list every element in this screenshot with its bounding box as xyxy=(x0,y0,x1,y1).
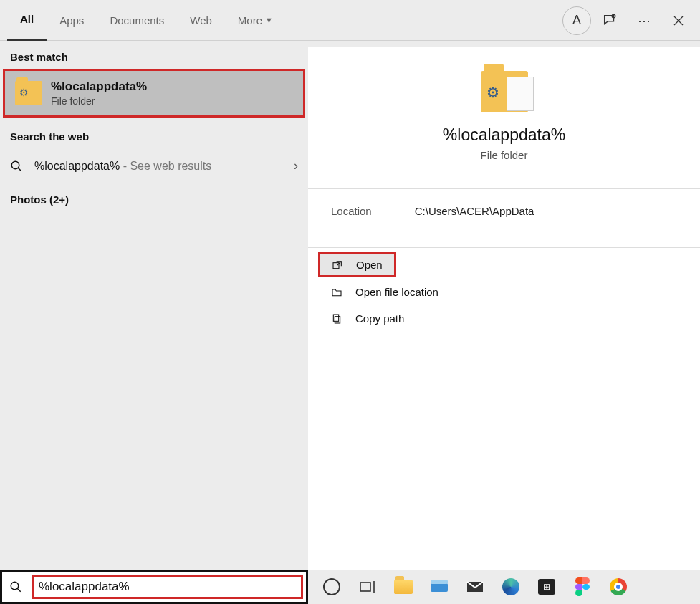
action-open-location-label: Open file location xyxy=(355,286,438,298)
svg-point-3 xyxy=(11,161,19,169)
result-text: %localappdata% File folder xyxy=(51,80,147,107)
web-result-row[interactable]: %localappdata% - See web results › xyxy=(0,148,308,183)
keyboard-app-icon[interactable] xyxy=(428,576,450,598)
tab-documents[interactable]: Documents xyxy=(97,0,177,41)
details-header: ⚙ %localappdata% File folder xyxy=(308,47,700,174)
svg-rect-13 xyxy=(431,583,448,592)
search-icon xyxy=(5,580,27,593)
search-icon xyxy=(10,160,24,173)
best-match-result[interactable]: ⚙ %localappdata% File folder xyxy=(3,69,305,118)
close-icon[interactable] xyxy=(663,5,694,37)
open-icon xyxy=(332,259,345,271)
cortana-icon[interactable] xyxy=(321,576,342,598)
photos-label[interactable]: Photos (2+) xyxy=(0,183,308,211)
user-avatar[interactable]: A xyxy=(562,6,591,35)
svg-rect-7 xyxy=(335,316,340,322)
folder-outline-icon xyxy=(331,287,344,298)
taskbar-tray: ⊞ xyxy=(308,576,700,598)
best-match-label: Best match xyxy=(0,41,308,69)
web-query-value: %localappdata% xyxy=(34,160,120,172)
svg-rect-14 xyxy=(431,580,448,584)
folder-icon: ⚙ xyxy=(15,81,42,105)
search-tabs: All Apps Documents Web More ▼ A ⋯ xyxy=(0,0,700,41)
edge-icon[interactable] xyxy=(500,576,522,598)
search-input-highlight xyxy=(32,575,303,599)
location-path[interactable]: C:\Users\ACER\AppData xyxy=(415,205,534,217)
file-explorer-icon[interactable] xyxy=(393,576,414,598)
divider xyxy=(308,247,700,248)
tab-web[interactable]: Web xyxy=(177,0,225,41)
more-options-icon[interactable]: ⋯ xyxy=(628,5,660,37)
details-actions: Open Open file location Copy path xyxy=(308,252,700,332)
web-query-text: %localappdata% - See web results xyxy=(34,160,211,173)
search-web-label: Search the web xyxy=(0,120,308,148)
action-open-label: Open xyxy=(356,259,383,271)
svg-line-9 xyxy=(17,588,21,592)
chevron-down-icon: ▼ xyxy=(265,16,273,24)
svg-rect-5 xyxy=(333,262,339,268)
figma-icon[interactable] xyxy=(572,576,593,598)
action-copy-path[interactable]: Copy path xyxy=(308,305,700,332)
tab-all[interactable]: All xyxy=(7,0,47,41)
location-label: Location xyxy=(331,205,372,217)
web-query-suffix: - See web results xyxy=(120,160,211,172)
taskbar: ⊞ xyxy=(0,570,700,604)
action-open-location[interactable]: Open file location xyxy=(308,279,700,305)
search-main: Best match ⚙ %localappdata% File folder … xyxy=(0,41,700,570)
mail-icon[interactable] xyxy=(464,576,486,598)
tab-more[interactable]: More ▼ xyxy=(225,0,286,41)
action-open[interactable]: Open xyxy=(318,252,396,277)
svg-line-4 xyxy=(18,168,21,171)
folder-large-icon: ⚙ xyxy=(481,71,528,112)
details-title: %localappdata% xyxy=(443,125,565,145)
tab-apps[interactable]: Apps xyxy=(47,0,97,41)
task-view-icon[interactable] xyxy=(357,576,378,598)
copy-icon xyxy=(331,313,344,325)
results-pane: Best match ⚙ %localappdata% File folder … xyxy=(0,41,308,570)
action-copy-path-label: Copy path xyxy=(355,312,404,325)
svg-rect-6 xyxy=(333,315,338,321)
chrome-icon[interactable] xyxy=(608,576,629,598)
result-title: %localappdata% xyxy=(51,80,147,94)
store-icon[interactable]: ⊞ xyxy=(536,576,557,598)
tab-more-label: More xyxy=(238,14,262,27)
tabs-right-controls: A ⋯ xyxy=(562,0,694,41)
svg-point-8 xyxy=(11,582,19,590)
details-pane: ⚙ %localappdata% File folder Location C:… xyxy=(308,47,700,570)
result-sub: File folder xyxy=(51,95,147,107)
details-sub: File folder xyxy=(481,149,528,161)
feedback-icon[interactable] xyxy=(594,5,625,37)
search-input[interactable] xyxy=(39,580,297,594)
taskbar-search[interactable] xyxy=(0,570,308,604)
chevron-right-icon: › xyxy=(294,158,298,173)
svg-rect-10 xyxy=(360,583,370,591)
details-meta: Location C:\Users\ACER\AppData xyxy=(308,189,700,233)
